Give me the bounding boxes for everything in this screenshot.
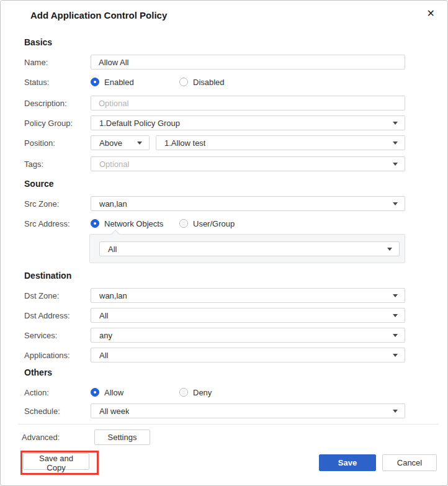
advanced-label: Advanced:	[22, 433, 94, 442]
name-field-wrap	[91, 55, 405, 70]
policy-group-row: Policy Group: 1.Default Policy Group	[24, 115, 405, 130]
src-address-radio-group: Network Objects User/Group	[91, 219, 405, 228]
applications-label: Applications:	[24, 351, 91, 360]
src-zone-select[interactable]: wan,lan	[91, 196, 405, 211]
chevron-down-icon	[393, 334, 398, 337]
chevron-down-icon	[393, 142, 398, 145]
radio-selected-icon	[91, 219, 99, 228]
radio-unselected-icon	[179, 388, 188, 397]
name-label: Name:	[24, 58, 91, 67]
policy-group-select[interactable]: 1.Default Policy Group	[91, 115, 405, 130]
network-objects-select[interactable]: All	[99, 241, 400, 256]
applications-value: All	[99, 351, 108, 360]
close-icon[interactable]: ✕	[427, 8, 435, 19]
tags-label: Tags:	[24, 160, 91, 169]
src-address-panel-row: All	[24, 234, 405, 263]
callout-notch	[111, 230, 120, 238]
dst-address-label: Dst Address:	[24, 311, 91, 320]
dst-zone-select[interactable]: wan,lan	[91, 288, 405, 303]
position-field-wrap: Above 1.Allow test	[91, 135, 405, 150]
section-header-destination: Destination	[24, 271, 405, 281]
tags-placeholder: Optional	[99, 160, 129, 169]
description-input[interactable]	[91, 96, 405, 110]
radio-unselected-icon	[179, 78, 188, 86]
name-row: Name:	[24, 55, 405, 70]
chevron-down-icon	[393, 122, 398, 125]
services-value: any	[99, 331, 112, 340]
action-allow-radio[interactable]: Allow	[91, 388, 179, 397]
schedule-field-wrap: All week	[91, 403, 405, 418]
position-target-select[interactable]: 1.Allow test	[156, 135, 405, 150]
dst-zone-value: wan,lan	[99, 291, 127, 300]
save-button[interactable]: Save	[319, 454, 376, 471]
description-label: Description:	[24, 99, 91, 108]
cancel-button[interactable]: Cancel	[382, 454, 437, 471]
services-select[interactable]: any	[91, 328, 405, 343]
src-address-user-group-radio[interactable]: User/Group	[179, 219, 268, 228]
tags-row: Tags: Optional	[24, 156, 405, 171]
dialog-body: Basics Name: Status: Enabled Disabled D	[1, 37, 447, 418]
dst-address-field-wrap: All	[91, 308, 405, 323]
src-zone-label: Src Zone:	[24, 199, 91, 209]
position-row: Position: Above 1.Allow test	[24, 135, 405, 150]
chevron-down-icon	[387, 248, 392, 251]
section-header-basics: Basics	[24, 37, 405, 47]
save-and-copy-button[interactable]: Save and Copy	[23, 453, 89, 470]
action-deny-radio[interactable]: Deny	[179, 388, 268, 397]
action-label: Action:	[24, 388, 91, 397]
src-zone-row: Src Zone: wan,lan	[24, 196, 405, 211]
applications-row: Applications: All	[24, 348, 405, 362]
applications-select[interactable]: All	[91, 348, 405, 362]
status-label: Status:	[24, 78, 91, 87]
status-radio-group: Enabled Disabled	[91, 78, 405, 87]
radio-selected-icon	[91, 78, 99, 86]
chevron-down-icon	[393, 294, 398, 297]
services-row: Services: any	[24, 328, 405, 343]
description-row: Description:	[24, 96, 405, 110]
chevron-down-icon	[393, 410, 398, 413]
policy-group-label: Policy Group:	[24, 119, 91, 128]
dialog-header: Add Application Control Policy ✕	[1, 1, 447, 22]
services-field-wrap: any	[91, 328, 405, 343]
description-field-wrap	[91, 96, 405, 110]
tags-select[interactable]: Optional	[91, 156, 405, 171]
network-objects-panel: All	[89, 234, 405, 263]
dst-address-value: All	[99, 311, 108, 320]
src-address-network-objects-radio[interactable]: Network Objects	[91, 219, 179, 228]
src-zone-value: wan,lan	[99, 199, 127, 209]
action-allow-label: Allow	[104, 388, 123, 397]
status-disabled-radio[interactable]: Disabled	[179, 78, 268, 87]
src-address-user-group-label: User/Group	[193, 219, 235, 228]
dst-zone-label: Dst Zone:	[24, 291, 91, 300]
services-label: Services:	[24, 331, 91, 340]
position-target-value: 1.Allow test	[164, 138, 205, 148]
status-enabled-label: Enabled	[104, 78, 134, 87]
chevron-down-icon	[137, 142, 142, 145]
dst-zone-field-wrap: wan,lan	[91, 288, 405, 303]
action-radio-group: Allow Deny	[91, 388, 405, 397]
schedule-value: All week	[99, 407, 129, 416]
name-input[interactable]	[91, 55, 405, 70]
section-header-others: Others	[24, 367, 405, 377]
policy-group-value: 1.Default Policy Group	[99, 119, 180, 128]
dst-address-row: Dst Address: All	[24, 308, 405, 323]
src-zone-field-wrap: wan,lan	[91, 196, 405, 211]
dst-zone-row: Dst Zone: wan,lan	[24, 288, 405, 303]
radio-selected-icon	[91, 388, 99, 397]
settings-button[interactable]: Settings	[94, 430, 150, 445]
action-row: Action: Allow Deny	[24, 385, 405, 400]
chevron-down-icon	[393, 163, 398, 166]
dst-address-select[interactable]: All	[91, 308, 405, 323]
src-address-row: Src Address: Network Objects User/Group	[24, 216, 405, 231]
tags-field-wrap: Optional	[91, 156, 405, 171]
action-deny-label: Deny	[193, 388, 212, 397]
add-application-control-policy-dialog: Add Application Control Policy ✕ Basics …	[0, 0, 448, 486]
footer-buttons-row: Save and Copy Save Cancel	[20, 451, 437, 475]
section-header-source: Source	[24, 179, 405, 189]
dialog-title: Add Application Control Policy	[30, 9, 435, 22]
schedule-select[interactable]: All week	[91, 403, 405, 418]
advanced-row: Advanced: Settings	[20, 430, 437, 445]
position-mode-select[interactable]: Above	[91, 135, 150, 150]
status-enabled-radio[interactable]: Enabled	[91, 78, 179, 87]
schedule-row: Schedule: All week	[24, 403, 405, 418]
